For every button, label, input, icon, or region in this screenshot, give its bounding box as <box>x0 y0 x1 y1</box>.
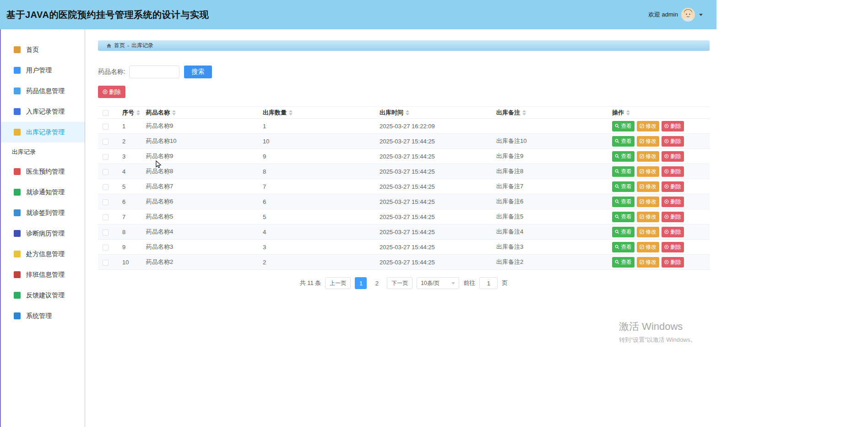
edit-button[interactable]: 修改 <box>637 242 659 252</box>
cell-index: 6 <box>118 194 141 209</box>
cell-drug-name: 药品名称3 <box>141 240 258 255</box>
view-button[interactable]: 查看 <box>612 136 635 147</box>
delete-button[interactable]: 删除 <box>662 151 684 162</box>
search-bar: 药品名称: 搜索 <box>98 66 710 78</box>
next-page-button[interactable]: 下一页 <box>387 277 412 289</box>
delete-button[interactable]: 删除 <box>662 212 684 222</box>
column-header-drug-name[interactable]: 药品名称 <box>141 107 258 119</box>
edit-button[interactable]: 修改 <box>637 197 659 207</box>
breadcrumb-home[interactable]: 首页 <box>114 42 125 49</box>
delete-button[interactable]: 删除 <box>662 121 684 131</box>
edit-button[interactable]: 修改 <box>637 227 659 237</box>
sidebar-item-system-management[interactable]: 系统管理 <box>1 306 85 326</box>
row-checkbox[interactable] <box>103 124 108 130</box>
row-checkbox[interactable] <box>103 245 108 251</box>
user-avatar-icon[interactable] <box>681 8 695 22</box>
edit-button[interactable]: 修改 <box>637 181 659 192</box>
sidebar-item-doctor-appointment-management[interactable]: 医生预约管理 <box>1 161 85 182</box>
column-header-index[interactable]: 序号 <box>118 107 141 119</box>
sort-icon[interactable] <box>406 110 409 115</box>
sidebar-item-home[interactable]: 首页 <box>1 39 85 60</box>
view-button[interactable]: 查看 <box>612 197 635 207</box>
delete-button[interactable]: 删除 <box>662 181 684 192</box>
cell-index: 10 <box>118 255 141 270</box>
view-button[interactable]: 查看 <box>612 166 635 177</box>
column-header-time[interactable]: 出库时间 <box>375 107 492 119</box>
drug-name-input[interactable] <box>129 66 179 78</box>
sidebar-item-visit-notice-management[interactable]: 就诊通知管理 <box>1 182 85 203</box>
sidebar-item-visit-checkin-management[interactable]: 就诊签到管理 <box>1 203 85 223</box>
edit-button-label: 修改 <box>646 213 656 221</box>
row-checkbox[interactable] <box>103 214 108 220</box>
row-checkbox[interactable] <box>103 139 108 145</box>
home-icon <box>14 46 21 53</box>
edit-icon <box>640 214 644 219</box>
search-button[interactable]: 搜索 <box>184 66 212 78</box>
cell-time: 2025-03-27 15:44:25 <box>375 179 492 194</box>
cell-quantity: 4 <box>258 224 375 240</box>
sidebar-item-prescription-info-management[interactable]: 处方信息管理 <box>1 244 85 264</box>
sort-icon[interactable] <box>136 110 140 115</box>
edit-button[interactable]: 修改 <box>637 257 659 268</box>
sidebar-item-inbound-record-management[interactable]: 入库记录管理 <box>1 101 85 122</box>
edit-button-label: 修改 <box>646 198 656 206</box>
delete-button[interactable]: 删除 <box>662 227 684 237</box>
view-button[interactable]: 查看 <box>612 151 635 162</box>
cell-drug-name: 药品名称6 <box>141 194 258 209</box>
edit-button[interactable]: 修改 <box>637 212 659 222</box>
sort-icon[interactable] <box>289 110 293 115</box>
column-header-actions[interactable]: 操作 <box>608 107 710 119</box>
sidebar-item-drug-info-management[interactable]: 药品信息管理 <box>1 81 85 101</box>
sort-icon[interactable] <box>626 110 630 115</box>
column-header-remark[interactable]: 出库备注 <box>492 107 608 119</box>
edit-button[interactable]: 修改 <box>637 136 659 147</box>
circle-x-icon <box>664 124 669 128</box>
edit-button[interactable]: 修改 <box>637 121 659 131</box>
delete-button-label: 删除 <box>670 243 681 251</box>
delete-button-label: 删除 <box>670 168 681 175</box>
cell-actions: 查看修改删除 <box>608 224 710 240</box>
goto-page-input[interactable] <box>479 277 498 289</box>
view-button[interactable]: 查看 <box>612 242 635 252</box>
delete-button[interactable]: 删除 <box>662 136 684 147</box>
sidebar-item-outbound-record-management[interactable]: 出库记录管理 <box>1 122 85 142</box>
app-header: 基于JAVA的医院预约挂号管理系统的设计与实现 欢迎 admin <box>0 0 716 29</box>
row-checkbox[interactable] <box>103 184 108 190</box>
edit-icon <box>640 154 644 159</box>
delete-button[interactable]: 删除 <box>662 197 684 207</box>
sort-icon[interactable] <box>522 110 526 115</box>
row-checkbox[interactable] <box>103 169 108 175</box>
page-button-1[interactable]: 1 <box>355 277 367 289</box>
column-header-quantity[interactable]: 出库数量 <box>258 107 375 119</box>
schedule-icon <box>14 271 21 278</box>
page-button-2[interactable]: 2 <box>371 277 383 289</box>
goto-suffix: 页 <box>502 279 508 287</box>
row-checkbox[interactable] <box>103 230 108 235</box>
page-size-select[interactable]: 10条/页 <box>417 277 459 289</box>
sort-icon[interactable] <box>172 110 176 115</box>
row-checkbox[interactable] <box>103 260 108 266</box>
prev-page-button[interactable]: 上一页 <box>325 277 351 289</box>
cell-actions: 查看修改删除 <box>608 209 710 224</box>
delete-button[interactable]: 删除 <box>662 257 684 268</box>
sidebar-item-diagnosis-record-management[interactable]: 诊断病历管理 <box>1 223 85 244</box>
edit-button[interactable]: 修改 <box>637 151 659 162</box>
sidebar-item-schedule-info-management[interactable]: 排班信息管理 <box>1 264 85 285</box>
batch-delete-button[interactable]: 删除 <box>98 86 125 98</box>
row-checkbox[interactable] <box>103 154 108 160</box>
select-all-checkbox[interactable] <box>103 110 108 116</box>
view-button[interactable]: 查看 <box>612 121 635 131</box>
edit-button[interactable]: 修改 <box>637 166 659 177</box>
view-button[interactable]: 查看 <box>612 181 635 192</box>
view-button[interactable]: 查看 <box>612 257 635 268</box>
cell-drug-name: 药品名称10 <box>141 134 258 149</box>
view-button[interactable]: 查看 <box>612 227 635 237</box>
delete-button[interactable]: 删除 <box>662 242 684 252</box>
user-menu[interactable]: 欢迎 admin <box>648 8 703 22</box>
view-button[interactable]: 查看 <box>612 212 635 222</box>
delete-button[interactable]: 删除 <box>662 166 684 177</box>
cell-index: 7 <box>118 209 141 224</box>
row-checkbox[interactable] <box>103 199 108 205</box>
sidebar-item-feedback-management[interactable]: 反馈建议管理 <box>1 285 85 306</box>
sidebar-item-user-management[interactable]: 用户管理 <box>1 60 85 81</box>
